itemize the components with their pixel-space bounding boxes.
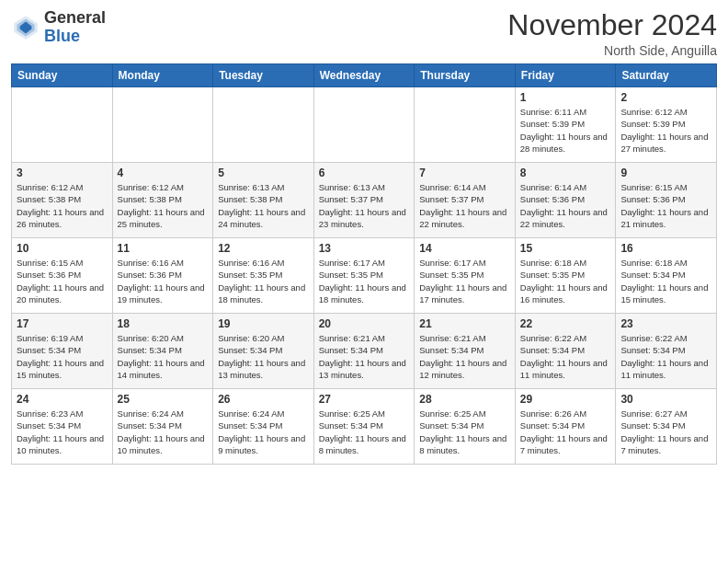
daylight-text: Daylight: 11 hours and 24 minutes.	[218, 207, 305, 229]
day-number: 29	[520, 393, 611, 406]
calendar-day-cell: 29 Sunrise: 6:26 AM Sunset: 5:34 PM Dayl…	[515, 389, 616, 465]
day-number: 3	[17, 167, 108, 179]
day-number: 27	[319, 393, 410, 406]
day-number: 25	[118, 393, 209, 406]
sunset-text: Sunset: 5:34 PM	[319, 345, 383, 355]
calendar-day-cell: 30 Sunrise: 6:27 AM Sunset: 5:34 PM Dayl…	[616, 389, 717, 465]
daylight-text: Daylight: 11 hours and 13 minutes.	[218, 358, 305, 380]
day-info: Sunrise: 6:11 AM Sunset: 5:39 PM Dayligh…	[520, 106, 611, 155]
day-info: Sunrise: 6:22 AM Sunset: 5:34 PM Dayligh…	[620, 332, 711, 381]
daylight-text: Daylight: 11 hours and 20 minutes.	[17, 282, 104, 304]
calendar-week-row: 1 Sunrise: 6:11 AM Sunset: 5:39 PM Dayli…	[12, 87, 717, 163]
calendar-day-cell: 12 Sunrise: 6:16 AM Sunset: 5:35 PM Dayl…	[213, 238, 314, 314]
day-info: Sunrise: 6:25 AM Sunset: 5:34 PM Dayligh…	[419, 408, 510, 456]
calendar-day-cell: 27 Sunrise: 6:25 AM Sunset: 5:34 PM Dayl…	[313, 389, 415, 465]
daylight-text: Daylight: 11 hours and 12 minutes.	[419, 358, 506, 380]
sunset-text: Sunset: 5:35 PM	[520, 270, 585, 280]
day-info: Sunrise: 6:15 AM Sunset: 5:36 PM Dayligh…	[17, 257, 108, 305]
sunset-text: Sunset: 5:34 PM	[118, 345, 182, 355]
daylight-text: Daylight: 11 hours and 15 minutes.	[620, 282, 708, 304]
sunset-text: Sunset: 5:34 PM	[520, 420, 585, 431]
daylight-text: Daylight: 11 hours and 8 minutes.	[319, 433, 406, 455]
calendar-day-cell: 11 Sunrise: 6:16 AM Sunset: 5:36 PM Dayl…	[112, 238, 213, 314]
daylight-text: Daylight: 11 hours and 11 minutes.	[620, 358, 708, 380]
day-number: 1	[520, 91, 611, 104]
daylight-text: Daylight: 11 hours and 26 minutes.	[17, 207, 104, 229]
day-number: 6	[319, 167, 410, 179]
calendar-day-cell: 24 Sunrise: 6:23 AM Sunset: 5:34 PM Dayl…	[12, 389, 113, 465]
calendar-day-cell: 17 Sunrise: 6:19 AM Sunset: 5:34 PM Dayl…	[12, 314, 113, 389]
sunset-text: Sunset: 5:34 PM	[218, 345, 282, 355]
day-number: 12	[218, 242, 309, 255]
daylight-text: Daylight: 11 hours and 18 minutes.	[218, 282, 305, 304]
sunrise-text: Sunrise: 6:16 AM	[218, 258, 284, 268]
calendar-day-cell: 7 Sunrise: 6:14 AM Sunset: 5:37 PM Dayli…	[415, 163, 516, 238]
daylight-text: Daylight: 11 hours and 11 minutes.	[520, 358, 608, 380]
day-info: Sunrise: 6:12 AM Sunset: 5:38 PM Dayligh…	[118, 181, 209, 230]
sunrise-text: Sunrise: 6:13 AM	[218, 182, 284, 192]
calendar-day-cell: 1 Sunrise: 6:11 AM Sunset: 5:39 PM Dayli…	[515, 87, 616, 163]
day-number: 5	[218, 167, 309, 179]
sunset-text: Sunset: 5:36 PM	[520, 194, 585, 204]
day-of-week-header: Friday	[515, 64, 616, 87]
daylight-text: Daylight: 11 hours and 28 minutes.	[520, 132, 608, 154]
sunset-text: Sunset: 5:34 PM	[620, 270, 685, 280]
calendar-day-cell: 6 Sunrise: 6:13 AM Sunset: 5:37 PM Dayli…	[313, 163, 415, 238]
calendar-week-row: 24 Sunrise: 6:23 AM Sunset: 5:34 PM Dayl…	[12, 389, 717, 465]
sunset-text: Sunset: 5:34 PM	[218, 420, 282, 431]
sunset-text: Sunset: 5:34 PM	[118, 420, 182, 431]
daylight-text: Daylight: 11 hours and 10 minutes.	[118, 433, 205, 455]
day-info: Sunrise: 6:14 AM Sunset: 5:36 PM Dayligh…	[520, 181, 611, 230]
day-info: Sunrise: 6:21 AM Sunset: 5:34 PM Dayligh…	[419, 332, 510, 381]
calendar-day-cell: 21 Sunrise: 6:21 AM Sunset: 5:34 PM Dayl…	[415, 314, 516, 389]
day-info: Sunrise: 6:17 AM Sunset: 5:35 PM Dayligh…	[319, 257, 410, 305]
title-block: November 2024 North Side, Anguilla	[507, 9, 717, 58]
day-number: 10	[17, 242, 108, 255]
logo-text: General Blue	[44, 9, 106, 46]
day-info: Sunrise: 6:26 AM Sunset: 5:34 PM Dayligh…	[520, 408, 611, 456]
calendar-day-cell: 2 Sunrise: 6:12 AM Sunset: 5:39 PM Dayli…	[616, 87, 717, 163]
calendar-week-row: 3 Sunrise: 6:12 AM Sunset: 5:38 PM Dayli…	[12, 163, 717, 238]
day-info: Sunrise: 6:20 AM Sunset: 5:34 PM Dayligh…	[218, 332, 309, 381]
daylight-text: Daylight: 11 hours and 22 minutes.	[419, 207, 506, 229]
sunrise-text: Sunrise: 6:14 AM	[419, 182, 485, 192]
calendar-day-cell: 13 Sunrise: 6:17 AM Sunset: 5:35 PM Dayl…	[313, 238, 415, 314]
day-info: Sunrise: 6:24 AM Sunset: 5:34 PM Dayligh…	[218, 408, 309, 456]
sunset-text: Sunset: 5:36 PM	[17, 270, 81, 280]
day-of-week-header: Saturday	[616, 64, 717, 87]
calendar-day-cell: 15 Sunrise: 6:18 AM Sunset: 5:35 PM Dayl…	[515, 238, 616, 314]
daylight-text: Daylight: 11 hours and 17 minutes.	[419, 282, 506, 304]
day-info: Sunrise: 6:20 AM Sunset: 5:34 PM Dayligh…	[118, 332, 209, 381]
calendar-day-cell: 22 Sunrise: 6:22 AM Sunset: 5:34 PM Dayl…	[515, 314, 616, 389]
sunset-text: Sunset: 5:36 PM	[620, 194, 685, 204]
header: General Blue November 2024 North Side, A…	[11, 9, 717, 58]
day-number: 15	[520, 242, 611, 255]
day-info: Sunrise: 6:18 AM Sunset: 5:34 PM Dayligh…	[620, 257, 711, 305]
calendar-week-row: 10 Sunrise: 6:15 AM Sunset: 5:36 PM Dayl…	[12, 238, 717, 314]
daylight-text: Daylight: 11 hours and 8 minutes.	[419, 433, 506, 455]
calendar-day-cell: 18 Sunrise: 6:20 AM Sunset: 5:34 PM Dayl…	[112, 314, 213, 389]
sunrise-text: Sunrise: 6:19 AM	[17, 333, 83, 343]
sunset-text: Sunset: 5:35 PM	[218, 270, 282, 280]
sunrise-text: Sunrise: 6:25 AM	[419, 408, 485, 419]
sunrise-text: Sunrise: 6:15 AM	[620, 182, 687, 192]
sunset-text: Sunset: 5:36 PM	[118, 270, 182, 280]
sunrise-text: Sunrise: 6:12 AM	[17, 182, 83, 192]
calendar-day-cell: 26 Sunrise: 6:24 AM Sunset: 5:34 PM Dayl…	[213, 389, 314, 465]
sunrise-text: Sunrise: 6:20 AM	[118, 333, 184, 343]
daylight-text: Daylight: 11 hours and 23 minutes.	[319, 207, 406, 229]
sunrise-text: Sunrise: 6:26 AM	[520, 408, 586, 419]
sunset-text: Sunset: 5:34 PM	[419, 345, 483, 355]
sunrise-text: Sunrise: 6:16 AM	[118, 258, 184, 268]
sunrise-text: Sunrise: 6:25 AM	[319, 408, 385, 419]
sunrise-text: Sunrise: 6:18 AM	[520, 258, 586, 268]
calendar-header-row: SundayMondayTuesdayWednesdayThursdayFrid…	[12, 64, 717, 87]
daylight-text: Daylight: 11 hours and 18 minutes.	[319, 282, 406, 304]
daylight-text: Daylight: 11 hours and 21 minutes.	[620, 207, 708, 229]
day-info: Sunrise: 6:21 AM Sunset: 5:34 PM Dayligh…	[319, 332, 410, 381]
day-info: Sunrise: 6:27 AM Sunset: 5:34 PM Dayligh…	[620, 408, 711, 456]
sunrise-text: Sunrise: 6:23 AM	[17, 408, 83, 419]
calendar-day-cell	[112, 87, 213, 163]
day-info: Sunrise: 6:25 AM Sunset: 5:34 PM Dayligh…	[319, 408, 410, 456]
day-info: Sunrise: 6:18 AM Sunset: 5:35 PM Dayligh…	[520, 257, 611, 305]
